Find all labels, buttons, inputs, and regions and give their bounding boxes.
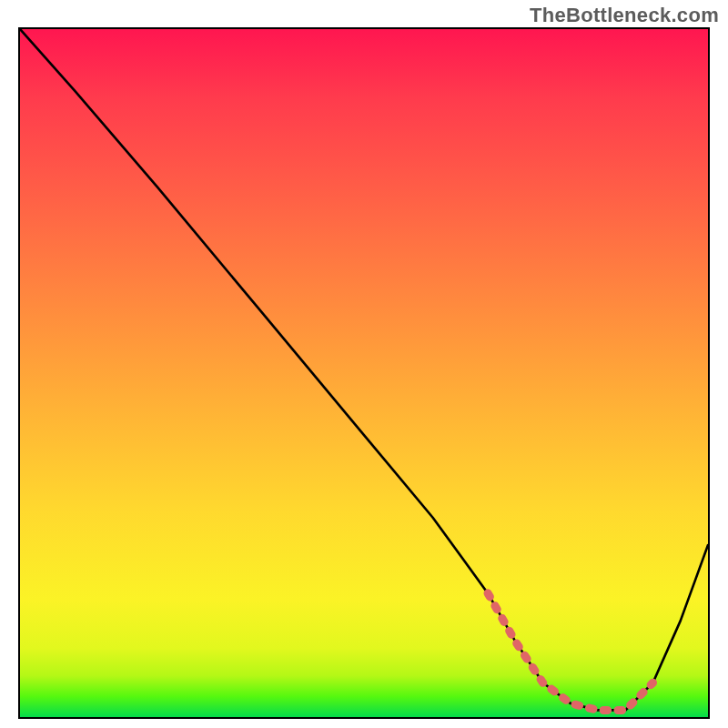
- plot-area: [18, 27, 710, 719]
- watermark-text: TheBottleneck.com: [530, 4, 719, 27]
- chart-container: TheBottleneck.com: [0, 0, 728, 728]
- curve-layer: [20, 29, 708, 717]
- bottleneck-curve: [20, 29, 708, 710]
- highlight-segment: [488, 593, 652, 711]
